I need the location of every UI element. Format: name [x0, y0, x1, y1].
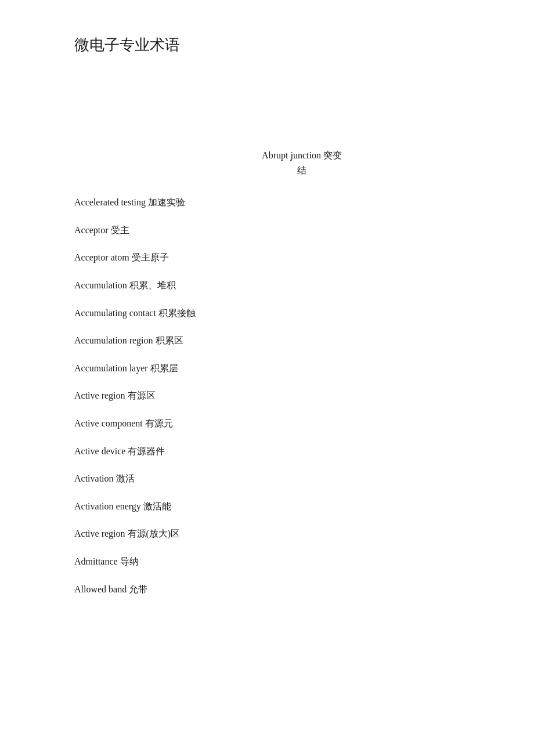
term-english: Accelerated testing	[74, 197, 148, 207]
term-english: Accumulation layer	[74, 363, 150, 373]
term-chinese: 积累区	[156, 335, 183, 345]
list-item: Activation energy 激活能	[74, 499, 460, 514]
term-chinese: 允带	[129, 584, 147, 594]
list-item: Acceptor atom 受主原子	[74, 250, 460, 265]
term-english: Accumulation	[74, 280, 129, 290]
list-item: Accelerated testing 加速实验	[74, 195, 460, 210]
term-chinese: 受主原子	[132, 252, 169, 262]
list-item: Accumulating contact 积累接触	[74, 306, 460, 321]
term-english: Active region	[74, 390, 128, 400]
list-item: Accumulation layer 积累层	[74, 361, 460, 376]
term-english: Admittance	[74, 556, 120, 566]
term-chinese: 积累层	[150, 363, 178, 373]
term-english: Accumulating contact	[74, 308, 158, 318]
list-item: Active region 有源区	[74, 388, 460, 403]
page-title: 微电子专业术语	[74, 35, 460, 55]
term-chinese: 有源区	[128, 390, 156, 400]
list-item: Activation 激活	[74, 471, 460, 486]
term-chinese: 受主	[111, 225, 129, 235]
term-english: Activation	[74, 473, 116, 483]
term-english: Active component	[74, 418, 145, 428]
term-chinese: 积累接触	[158, 308, 196, 318]
term-english: Active device	[74, 446, 128, 456]
list-item: Active region 有源(放大)区	[74, 526, 460, 541]
term-english: Allowed band	[74, 584, 129, 594]
list-item: Active component 有源元	[74, 416, 460, 431]
list-item: Allowed band 允带	[74, 582, 460, 597]
list-item: Accumulation region 积累区	[74, 333, 460, 348]
term-chinese: 有源(放大)区	[128, 529, 181, 538]
term-chinese: 有源器件	[128, 446, 165, 456]
term-english: Acceptor atom	[74, 252, 132, 262]
list-item: Abrupt junction 突变结	[144, 148, 460, 178]
term-english: Activation energy	[74, 501, 143, 511]
list-item: Active device 有源器件	[74, 444, 460, 459]
list-item: Acceptor 受主	[74, 223, 460, 238]
term-chinese: 有源元	[145, 418, 173, 428]
term-english: Accumulation region	[74, 335, 156, 345]
term-chinese: 积累、堆积	[129, 280, 176, 290]
term-english: Active region	[74, 529, 128, 538]
term-english: Abrupt junction	[262, 150, 323, 160]
term-chinese: 激活	[116, 473, 135, 483]
term-chinese: 激活能	[143, 501, 171, 511]
term-chinese: 导纳	[120, 556, 139, 566]
list-item: Admittance 导纳	[74, 554, 460, 569]
term-english: Acceptor	[74, 225, 111, 235]
term-chinese: 加速实验	[148, 197, 185, 207]
list-item: Accumulation 积累、堆积	[74, 278, 460, 293]
